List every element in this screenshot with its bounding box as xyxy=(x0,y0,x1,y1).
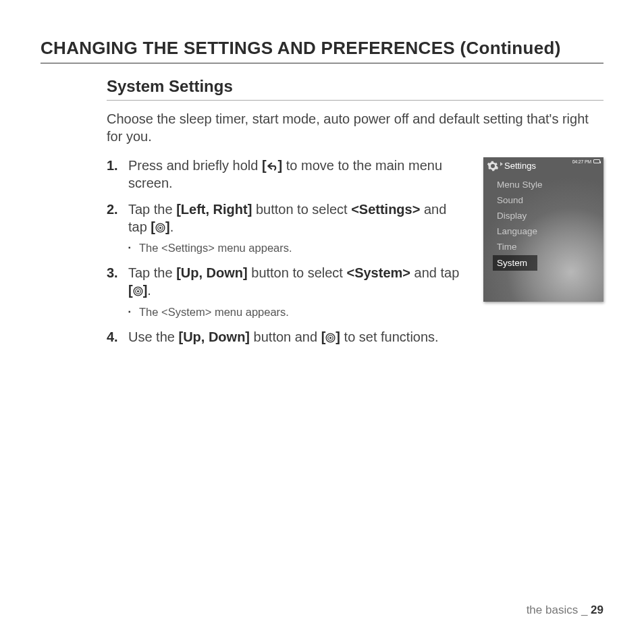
step-number: 3. xyxy=(107,265,118,282)
device-header: Settings 04:27 PM xyxy=(483,157,603,174)
step-text: and tap xyxy=(410,265,459,280)
svg-point-2 xyxy=(159,227,161,229)
svg-point-5 xyxy=(137,290,139,292)
page-title: CHANGING THE SETTINGS AND PREFERENCES (C… xyxy=(41,38,603,63)
device-menu-item: Time xyxy=(495,240,603,255)
device-menu-item: Display xyxy=(495,208,603,223)
step-number: 2. xyxy=(107,201,118,219)
step-3: 3. Tap the [Up, Down] button to select <… xyxy=(107,265,465,319)
bold-text: ] xyxy=(336,329,340,344)
sub-note: The <System> menu appears. xyxy=(128,305,465,319)
bold-text: [Up, Down] xyxy=(176,265,248,280)
device-clock: 04:27 PM xyxy=(572,159,591,164)
bold-text: <System> xyxy=(346,265,410,280)
device-screenshot: Settings 04:27 PM Menu Style Sound Displ… xyxy=(483,157,603,302)
select-button-icon xyxy=(155,219,165,234)
step-number: 4. xyxy=(107,329,118,346)
bold-text: <Settings> xyxy=(351,202,420,217)
device-menu-item: Sound xyxy=(495,192,603,208)
step-text: button and xyxy=(250,329,321,344)
bold-text: [ xyxy=(128,283,133,298)
step-1: 1. Press and briefly hold [] to move to … xyxy=(107,157,465,192)
step-4: 4. Use the [Up, Down] button and [] to s… xyxy=(107,329,465,346)
back-icon xyxy=(267,158,278,173)
step-text: to set functions. xyxy=(340,329,439,344)
step-text: Tap the xyxy=(128,265,176,280)
bold-text: ] xyxy=(165,219,170,234)
device-screen-title: Settings xyxy=(504,161,536,171)
device-menu: Menu Style Sound Display Language Time S… xyxy=(483,174,603,271)
page-footer: the basics _ 29 xyxy=(527,603,603,617)
intro-text: Choose the sleep timer, start mode, auto… xyxy=(107,110,603,145)
step-text: Press and briefly hold xyxy=(128,158,262,173)
subheading: System Settings xyxy=(107,77,603,101)
page-number: 29 xyxy=(591,603,603,616)
bold-text: [Up, Down] xyxy=(178,329,250,344)
device-menu-item: Language xyxy=(495,224,603,240)
sub-note: The <Settings> menu appears. xyxy=(128,241,465,255)
step-text: Use the xyxy=(128,329,178,344)
content-area: System Settings Choose the sleep timer, … xyxy=(107,77,603,346)
step-text: button to select xyxy=(248,265,347,280)
footer-section: the basics xyxy=(527,603,579,616)
svg-point-8 xyxy=(329,337,331,339)
device-menu-item: Menu Style xyxy=(495,177,603,192)
gear-icon xyxy=(487,160,499,172)
step-text: Tap the xyxy=(128,202,176,217)
bold-text: [Left, Right] xyxy=(176,202,252,217)
step-text: button to select xyxy=(252,202,351,217)
battery-icon xyxy=(593,159,600,163)
chevron-right-icon xyxy=(500,162,503,166)
step-text: . xyxy=(170,219,174,234)
bold-text: [ xyxy=(262,158,267,173)
step-text: . xyxy=(147,283,151,298)
select-button-icon xyxy=(325,329,336,344)
select-button-icon xyxy=(133,283,143,298)
footer-sep: _ xyxy=(578,603,591,616)
step-2: 2. Tap the [Left, Right] button to selec… xyxy=(107,201,465,255)
step-number: 1. xyxy=(107,157,118,175)
device-menu-item-selected: System xyxy=(493,255,537,271)
